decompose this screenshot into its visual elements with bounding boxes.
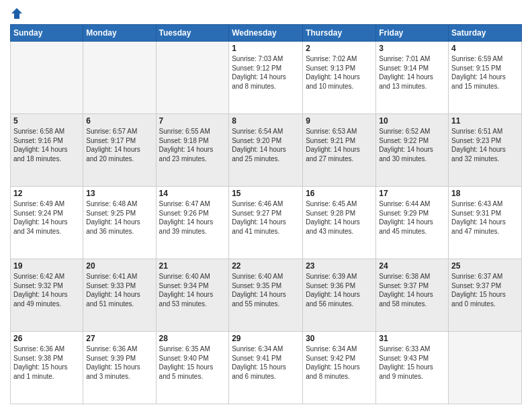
day-info: Sunrise: 6:40 AM Sunset: 9:34 PM Dayligh… [159,272,226,308]
day-info: Sunrise: 6:44 AM Sunset: 9:29 PM Dayligh… [379,199,445,236]
day-info: Sunrise: 6:40 AM Sunset: 9:35 PM Dayligh… [232,272,300,308]
calendar-cell: 19Sunrise: 6:42 AM Sunset: 9:32 PM Dayli… [11,259,83,332]
calendar-cell: 16Sunrise: 6:45 AM Sunset: 9:28 PM Dayli… [303,187,376,259]
calendar-cell: 18Sunrise: 6:43 AM Sunset: 9:31 PM Dayli… [449,187,522,259]
calendar-cell: 17Sunrise: 6:44 AM Sunset: 9:29 PM Dayli… [376,187,449,259]
day-info: Sunrise: 6:59 AM Sunset: 9:15 PM Dayligh… [451,54,519,91]
day-number: 15 [232,189,300,198]
day-number: 16 [306,189,373,198]
day-info: Sunrise: 6:58 AM Sunset: 9:16 PM Dayligh… [13,127,80,163]
day-number: 29 [232,334,300,343]
day-info: Sunrise: 6:48 AM Sunset: 9:25 PM Dayligh… [86,199,152,236]
weekday-header: Saturday [449,25,522,42]
day-info: Sunrise: 6:55 AM Sunset: 9:18 PM Dayligh… [159,127,226,163]
calendar-table: SundayMondayTuesdayWednesdayThursdayFrid… [10,24,522,404]
day-number: 27 [86,334,152,343]
day-number: 31 [379,334,445,343]
day-number: 11 [451,116,519,126]
calendar-cell: 4Sunrise: 6:59 AM Sunset: 9:15 PM Daylig… [449,42,522,114]
calendar-week-row: 26Sunrise: 6:36 AM Sunset: 9:38 PM Dayli… [11,332,522,404]
day-info: Sunrise: 6:49 AM Sunset: 9:24 PM Dayligh… [13,199,80,236]
calendar-cell [449,332,522,404]
calendar-week-row: 12Sunrise: 6:49 AM Sunset: 9:24 PM Dayli… [11,187,522,259]
calendar-cell: 12Sunrise: 6:49 AM Sunset: 9:24 PM Dayli… [11,187,83,259]
day-number: 19 [13,261,80,271]
calendar-week-row: 5Sunrise: 6:58 AM Sunset: 9:16 PM Daylig… [11,114,522,187]
day-info: Sunrise: 7:01 AM Sunset: 9:14 PM Dayligh… [379,54,445,91]
header [10,7,522,20]
calendar-cell: 27Sunrise: 6:36 AM Sunset: 9:39 PM Dayli… [83,332,156,404]
day-info: Sunrise: 6:57 AM Sunset: 9:17 PM Dayligh… [86,127,152,163]
day-info: Sunrise: 6:36 AM Sunset: 9:39 PM Dayligh… [86,345,152,381]
day-number: 10 [379,116,445,126]
calendar-week-row: 19Sunrise: 6:42 AM Sunset: 9:32 PM Dayli… [11,259,522,332]
calendar-cell: 14Sunrise: 6:47 AM Sunset: 9:26 PM Dayli… [156,187,229,259]
calendar-cell: 20Sunrise: 6:41 AM Sunset: 9:33 PM Dayli… [83,259,156,332]
day-info: Sunrise: 6:42 AM Sunset: 9:32 PM Dayligh… [13,272,80,308]
day-info: Sunrise: 6:51 AM Sunset: 9:23 PM Dayligh… [451,127,519,163]
day-number: 25 [451,261,519,271]
day-number: 23 [306,261,373,271]
calendar-cell: 23Sunrise: 6:39 AM Sunset: 9:36 PM Dayli… [303,259,376,332]
weekday-header: Thursday [303,25,376,42]
day-number: 30 [306,334,373,343]
day-info: Sunrise: 6:34 AM Sunset: 9:42 PM Dayligh… [306,345,373,381]
day-info: Sunrise: 6:43 AM Sunset: 9:31 PM Dayligh… [451,199,519,236]
day-number: 18 [451,189,519,198]
day-number: 4 [451,44,519,53]
calendar-cell: 29Sunrise: 6:34 AM Sunset: 9:41 PM Dayli… [229,332,303,404]
day-number: 9 [306,116,373,126]
calendar-cell: 2Sunrise: 7:02 AM Sunset: 9:13 PM Daylig… [303,42,376,114]
day-number: 12 [13,189,80,198]
weekday-header: Wednesday [229,25,303,42]
logo-icon [10,7,24,20]
day-info: Sunrise: 6:37 AM Sunset: 9:37 PM Dayligh… [451,272,519,308]
day-info: Sunrise: 6:46 AM Sunset: 9:27 PM Dayligh… [232,199,300,236]
calendar-cell: 3Sunrise: 7:01 AM Sunset: 9:14 PM Daylig… [376,42,449,114]
day-info: Sunrise: 6:45 AM Sunset: 9:28 PM Dayligh… [306,199,373,236]
day-info: Sunrise: 6:54 AM Sunset: 9:20 PM Dayligh… [232,127,300,163]
calendar-cell: 1Sunrise: 7:03 AM Sunset: 9:12 PM Daylig… [229,42,303,114]
day-info: Sunrise: 6:35 AM Sunset: 9:40 PM Dayligh… [159,345,226,381]
calendar-header-row: SundayMondayTuesdayWednesdayThursdayFrid… [11,25,522,42]
calendar-cell: 5Sunrise: 6:58 AM Sunset: 9:16 PM Daylig… [11,114,83,187]
calendar-cell: 30Sunrise: 6:34 AM Sunset: 9:42 PM Dayli… [303,332,376,404]
day-number: 6 [86,116,152,126]
calendar-cell: 25Sunrise: 6:37 AM Sunset: 9:37 PM Dayli… [449,259,522,332]
svg-marker-0 [11,8,22,19]
day-info: Sunrise: 6:52 AM Sunset: 9:22 PM Dayligh… [379,127,445,163]
day-number: 13 [86,189,152,198]
day-number: 8 [232,116,300,126]
calendar-cell [156,42,229,114]
day-number: 24 [379,261,445,271]
day-info: Sunrise: 7:02 AM Sunset: 9:13 PM Dayligh… [306,54,373,91]
day-number: 28 [159,334,226,343]
calendar-cell: 15Sunrise: 6:46 AM Sunset: 9:27 PM Dayli… [229,187,303,259]
calendar-cell: 13Sunrise: 6:48 AM Sunset: 9:25 PM Dayli… [83,187,156,259]
day-info: Sunrise: 7:03 AM Sunset: 9:12 PM Dayligh… [232,54,300,91]
weekday-header: Sunday [11,25,83,42]
day-info: Sunrise: 6:34 AM Sunset: 9:41 PM Dayligh… [232,345,300,381]
calendar-week-row: 1Sunrise: 7:03 AM Sunset: 9:12 PM Daylig… [11,42,522,114]
day-number: 14 [159,189,226,198]
weekday-header: Friday [376,25,449,42]
calendar-cell: 21Sunrise: 6:40 AM Sunset: 9:34 PM Dayli… [156,259,229,332]
day-number: 26 [13,334,80,343]
calendar-cell [11,42,83,114]
page: SundayMondayTuesdayWednesdayThursdayFrid… [0,0,532,411]
day-info: Sunrise: 6:53 AM Sunset: 9:21 PM Dayligh… [306,127,373,163]
calendar-cell: 26Sunrise: 6:36 AM Sunset: 9:38 PM Dayli… [11,332,83,404]
day-info: Sunrise: 6:41 AM Sunset: 9:33 PM Dayligh… [86,272,152,308]
weekday-header: Tuesday [156,25,229,42]
calendar-cell: 10Sunrise: 6:52 AM Sunset: 9:22 PM Dayli… [376,114,449,187]
day-number: 7 [159,116,226,126]
day-number: 22 [232,261,300,271]
day-number: 21 [159,261,226,271]
weekday-header: Monday [83,25,156,42]
day-info: Sunrise: 6:47 AM Sunset: 9:26 PM Dayligh… [159,199,226,236]
day-info: Sunrise: 6:36 AM Sunset: 9:38 PM Dayligh… [13,345,80,381]
calendar-cell: 6Sunrise: 6:57 AM Sunset: 9:17 PM Daylig… [83,114,156,187]
day-info: Sunrise: 6:33 AM Sunset: 9:43 PM Dayligh… [379,345,445,381]
day-info: Sunrise: 6:39 AM Sunset: 9:36 PM Dayligh… [306,272,373,308]
logo [10,7,25,20]
